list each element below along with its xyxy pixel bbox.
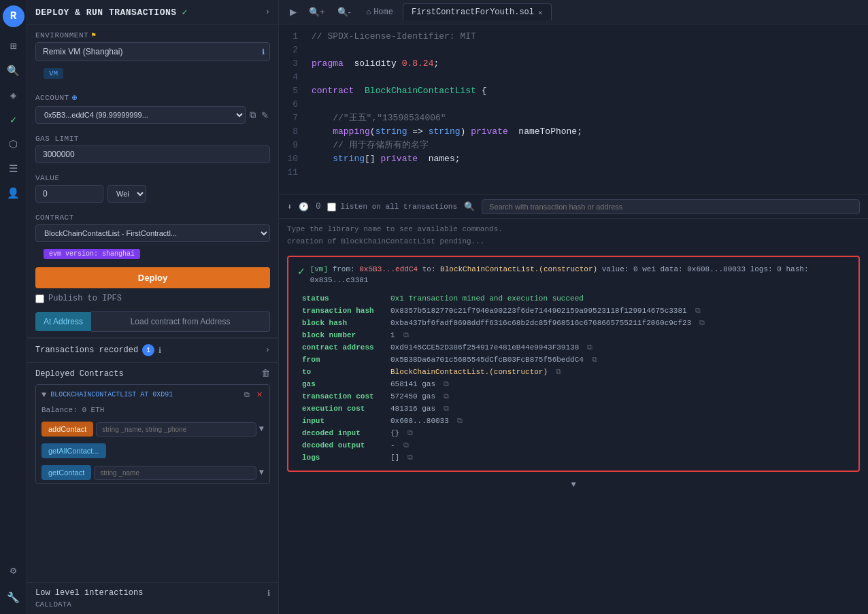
get-all-contacts-row: getAllContact... <box>36 441 269 460</box>
tx-field-value: 481316 gas⧉ <box>386 403 849 415</box>
contract-instance-header: ▼ BLOCKCHAINCONTACTLIST AT 0XD91 ⧉ ✕ <box>36 385 269 405</box>
deploy-header: DEPLOY & RUN TRANSACTIONS ✓ › <box>27 0 278 25</box>
code-content: // SPDX-License-Identifier: MIT pragma s… <box>306 24 868 194</box>
tx-table-row: execution cost481316 gas⧉ <box>298 403 849 415</box>
sidebar-icon-files[interactable]: ⊞ <box>3 35 24 57</box>
code-line-8: mapping(string => string) private nameTo… <box>306 125 868 139</box>
account-select[interactable]: 0x5B3...eddC4 (99.99999999... <box>35 106 246 124</box>
value-input[interactable] <box>35 185 103 203</box>
sidebar-icon-search[interactable]: 🔍 <box>3 60 24 82</box>
code-line-2 <box>306 44 868 57</box>
get-contact-input[interactable] <box>94 466 256 480</box>
expand-icon[interactable]: › <box>265 7 270 17</box>
add-contact-chevron-icon[interactable]: ▼ <box>259 424 264 434</box>
copy-field-icon[interactable]: ⧉ <box>407 454 413 462</box>
contract-collapse-icon[interactable]: ▼ <box>41 390 46 400</box>
tx-field-key: block hash <box>298 317 386 329</box>
code-line-3: pragma solidity 0.8.24; <box>306 57 868 71</box>
account-label: ACCOUNT ⊕ <box>27 87 278 106</box>
code-editor: 12345 67891011 // SPDX-License-Identifie… <box>279 24 868 194</box>
deploy-button[interactable]: Deploy <box>35 267 270 288</box>
search-icon[interactable]: 🔍 <box>464 201 475 212</box>
copy-field-icon[interactable]: ⧉ <box>592 356 597 364</box>
deployed-contracts-section: Deployed Contracts 🗑 ▼ BLOCKCHAINCONTACT… <box>27 362 278 495</box>
sidebar-icon-deploy[interactable]: ✓ <box>3 109 24 131</box>
account-plus-icon[interactable]: ⊕ <box>72 92 78 103</box>
get-contact-chevron-icon[interactable]: ▼ <box>259 468 264 477</box>
copy-field-icon[interactable]: ⧉ <box>587 343 592 352</box>
copy-account-btn[interactable]: ⧉ <box>248 108 257 122</box>
copy-field-icon[interactable]: ⧉ <box>407 429 413 437</box>
code-line-11 <box>306 166 868 180</box>
get-all-contacts-button[interactable]: getAllContact... <box>41 443 106 458</box>
gas-limit-input[interactable] <box>35 146 270 163</box>
trash-icon[interactable]: 🗑 <box>261 369 270 379</box>
publish-checkbox[interactable] <box>35 294 44 303</box>
console-toolbar: ⬇ 🕐 0 listen on all transactions 🔍 <box>279 194 868 219</box>
tab-file[interactable]: FirstContractForYouth.sol ✕ <box>403 3 552 20</box>
contract-select[interactable]: BlockChainContactList - FirstContractl..… <box>35 224 270 242</box>
run-btn[interactable]: ▶ <box>284 4 302 20</box>
sidebar-icon-user[interactable]: 👤 <box>3 182 24 204</box>
tab-home[interactable]: ⌂ Home <box>358 4 401 20</box>
get-contact-button[interactable]: getContact <box>41 465 91 480</box>
low-level-info-icon[interactable]: ℹ <box>267 589 270 598</box>
copy-field-icon[interactable]: ⧉ <box>457 417 463 425</box>
tx-field-value: 0xd9145CCE52D386f254917e481eB44e9943F391… <box>386 341 849 354</box>
tx-field-value: 0x1 Transaction mined and execution succ… <box>386 292 849 305</box>
sidebar-icon-solidity[interactable]: ◈ <box>3 84 24 106</box>
copy-field-icon[interactable]: ⧉ <box>403 331 409 339</box>
copy-field-icon[interactable]: ⧉ <box>403 441 409 449</box>
bottom-collapse-icon[interactable]: ▼ <box>571 480 575 490</box>
listen-label: listen on all transactions <box>340 203 457 211</box>
tx-field-key: execution cost <box>298 403 386 415</box>
add-contact-button[interactable]: addContact <box>41 422 93 437</box>
zoom-out-btn[interactable]: 🔍- <box>332 4 356 20</box>
console-search-input[interactable] <box>482 199 860 214</box>
get-contact-row: getContact ▼ <box>36 463 269 482</box>
env-info-icon[interactable]: ℹ <box>262 48 265 56</box>
transactions-info-icon[interactable]: ℹ <box>158 346 161 355</box>
transactions-chevron-icon[interactable]: › <box>265 345 270 355</box>
at-address-button[interactable]: At Address <box>35 312 91 331</box>
copy-field-icon[interactable]: ⧉ <box>444 392 449 400</box>
copy-field-icon[interactable]: ⧉ <box>444 380 449 388</box>
file-tab-label: FirstContractForYouth.sol <box>412 7 534 17</box>
tx-field-key: decoded output <box>298 439 386 451</box>
copy-field-icon[interactable]: ⧉ <box>556 368 561 376</box>
tab-close-icon[interactable]: ✕ <box>538 8 543 17</box>
console-counter: 0 <box>316 202 320 211</box>
edit-account-btn[interactable]: ✎ <box>260 109 270 122</box>
tx-field-key: logs <box>298 451 386 464</box>
close-contract-icon[interactable]: ✕ <box>255 389 264 400</box>
tx-field-key: from <box>298 354 386 366</box>
unit-select[interactable]: Wei <box>107 185 146 203</box>
copy-contract-icon[interactable]: ⧉ <box>243 389 251 400</box>
listen-checkbox[interactable] <box>327 203 336 211</box>
load-contract-button[interactable]: Load contract from Address <box>91 311 270 332</box>
tx-field-value: 572450 gas⧉ <box>386 390 849 403</box>
console-collapse-icon[interactable]: ⬇ <box>287 202 292 212</box>
low-level-section: Low level interactions ℹ CALLDATA <box>27 582 278 614</box>
add-contact-input[interactable] <box>96 422 256 437</box>
sidebar-icon-tools[interactable]: 🔧 <box>3 587 24 609</box>
copy-field-icon[interactable]: ⧉ <box>699 319 705 327</box>
zoom-in-btn[interactable]: 🔍+ <box>303 4 331 20</box>
sidebar-icon-dgit[interactable]: ☰ <box>3 158 24 180</box>
copy-field-icon[interactable]: ⧉ <box>444 405 449 413</box>
copy-field-icon[interactable]: ⧉ <box>695 307 701 315</box>
transactions-row: Transactions recorded 1 ℹ › <box>27 338 278 362</box>
tx-table-row: gas658141 gas⧉ <box>298 378 849 390</box>
tx-table-row: logs[]⧉ <box>298 451 849 464</box>
evm-badge-wrap: evm version: shanghai <box>27 248 278 267</box>
tx-field-value: []⧉ <box>386 451 849 464</box>
tx-field-key: status <box>298 292 386 305</box>
publish-row: Publish to IPFS <box>35 294 270 303</box>
tx-header-text: [vm] from: 0x5B3...eddC4 to: BlockChainC… <box>310 264 849 286</box>
at-address-row: At Address Load contract from Address <box>35 311 270 332</box>
environment-select[interactable]: Remix VM (Shanghai) <box>35 42 270 61</box>
code-line-5: contract BlockChainContactList { <box>306 84 868 98</box>
sidebar-icon-settings-bottom[interactable]: ⚙ <box>3 560 24 581</box>
deployed-contracts-header: Deployed Contracts 🗑 <box>35 369 270 379</box>
sidebar-icon-plugins[interactable]: ⬡ <box>3 133 24 155</box>
